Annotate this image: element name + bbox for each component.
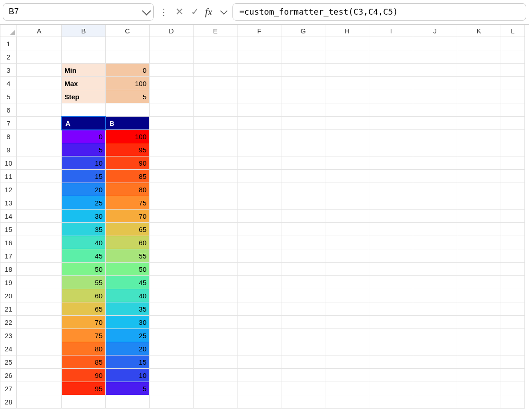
row-header[interactable]: 15 <box>0 223 17 236</box>
cell[interactable] <box>150 236 194 249</box>
cell[interactable] <box>194 369 238 382</box>
row-header[interactable]: 14 <box>0 210 17 223</box>
row-header[interactable]: 19 <box>0 276 17 289</box>
cell[interactable] <box>106 37 150 50</box>
cell[interactable] <box>501 382 525 395</box>
cell[interactable] <box>150 210 194 223</box>
cell[interactable] <box>501 369 525 382</box>
cell[interactable] <box>238 37 281 50</box>
cell[interactable] <box>281 289 325 302</box>
cell[interactable] <box>457 183 501 196</box>
cell[interactable] <box>457 117 501 130</box>
cell[interactable] <box>281 196 325 210</box>
cell[interactable] <box>369 289 413 302</box>
cell[interactable] <box>238 236 281 249</box>
cell[interactable] <box>325 289 369 302</box>
cell[interactable] <box>194 117 238 130</box>
data-cell[interactable]: 45 <box>106 276 150 289</box>
data-cell[interactable]: 60 <box>62 289 106 302</box>
cell[interactable] <box>325 302 369 316</box>
cell[interactable] <box>238 90 281 103</box>
column-header[interactable]: J <box>413 25 457 37</box>
cell[interactable] <box>281 249 325 263</box>
cell[interactable] <box>413 143 457 156</box>
data-cell[interactable]: 25 <box>106 329 150 342</box>
cell[interactable] <box>413 342 457 355</box>
row-header[interactable]: 21 <box>0 302 17 316</box>
cell[interactable] <box>413 37 457 50</box>
cell[interactable] <box>238 130 281 143</box>
cell[interactable] <box>457 130 501 143</box>
cell[interactable] <box>369 64 413 77</box>
cell[interactable] <box>457 170 501 183</box>
cell[interactable] <box>325 77 369 90</box>
cell[interactable] <box>17 130 62 143</box>
cell[interactable] <box>413 183 457 196</box>
cell[interactable] <box>457 156 501 170</box>
data-cell[interactable]: 20 <box>106 342 150 355</box>
cell[interactable] <box>501 170 525 183</box>
cell[interactable] <box>501 316 525 329</box>
data-cell[interactable]: 70 <box>106 210 150 223</box>
cell[interactable] <box>325 37 369 50</box>
cell[interactable] <box>413 117 457 130</box>
cell[interactable] <box>281 183 325 196</box>
cell[interactable] <box>501 183 525 196</box>
data-cell[interactable]: 95 <box>106 143 150 156</box>
cell[interactable] <box>17 289 62 302</box>
row-header[interactable]: 22 <box>0 316 17 329</box>
cell[interactable] <box>150 355 194 369</box>
cell[interactable] <box>369 103 413 117</box>
column-header[interactable]: L <box>501 25 525 37</box>
select-all-corner[interactable] <box>0 25 17 37</box>
row-header[interactable]: 4 <box>0 77 17 90</box>
cell[interactable] <box>17 382 62 395</box>
cell[interactable] <box>457 316 501 329</box>
data-cell[interactable]: 75 <box>62 329 106 342</box>
cell[interactable] <box>281 395 325 409</box>
cell[interactable] <box>17 395 62 409</box>
cell[interactable] <box>325 50 369 64</box>
column-header[interactable]: K <box>457 25 501 37</box>
cell[interactable] <box>325 382 369 395</box>
cell[interactable] <box>194 156 238 170</box>
cell[interactable] <box>194 210 238 223</box>
cell[interactable] <box>194 355 238 369</box>
column-header[interactable]: H <box>325 25 369 37</box>
accept-icon[interactable]: ✓ <box>189 6 200 17</box>
cell[interactable] <box>150 276 194 289</box>
row-header[interactable]: 28 <box>0 395 17 409</box>
cell[interactable] <box>17 316 62 329</box>
cell[interactable] <box>194 90 238 103</box>
cell[interactable] <box>413 77 457 90</box>
cell[interactable] <box>281 382 325 395</box>
cell[interactable] <box>150 37 194 50</box>
cell[interactable] <box>17 329 62 342</box>
data-cell[interactable]: 30 <box>106 316 150 329</box>
cell[interactable] <box>325 130 369 143</box>
cell[interactable] <box>457 263 501 276</box>
cell[interactable] <box>457 369 501 382</box>
cell[interactable] <box>150 382 194 395</box>
fx-icon[interactable]: fx <box>205 6 212 18</box>
cell[interactable] <box>501 395 525 409</box>
cell[interactable] <box>501 143 525 156</box>
param-value[interactable]: 5 <box>106 90 150 103</box>
data-cell[interactable]: 95 <box>62 382 106 395</box>
cell[interactable] <box>457 302 501 316</box>
cell[interactable] <box>17 196 62 210</box>
cell[interactable] <box>413 170 457 183</box>
data-cell[interactable]: 70 <box>62 316 106 329</box>
data-cell[interactable]: 50 <box>106 263 150 276</box>
row-header[interactable]: 7 <box>0 117 17 130</box>
cell[interactable] <box>501 77 525 90</box>
cell[interactable] <box>369 395 413 409</box>
cell[interactable] <box>501 117 525 130</box>
cell[interactable] <box>325 355 369 369</box>
data-cell[interactable]: 5 <box>106 382 150 395</box>
cell[interactable] <box>413 263 457 276</box>
cell[interactable] <box>281 223 325 236</box>
cell[interactable] <box>369 382 413 395</box>
cell[interactable] <box>325 117 369 130</box>
data-cell[interactable]: 65 <box>62 302 106 316</box>
